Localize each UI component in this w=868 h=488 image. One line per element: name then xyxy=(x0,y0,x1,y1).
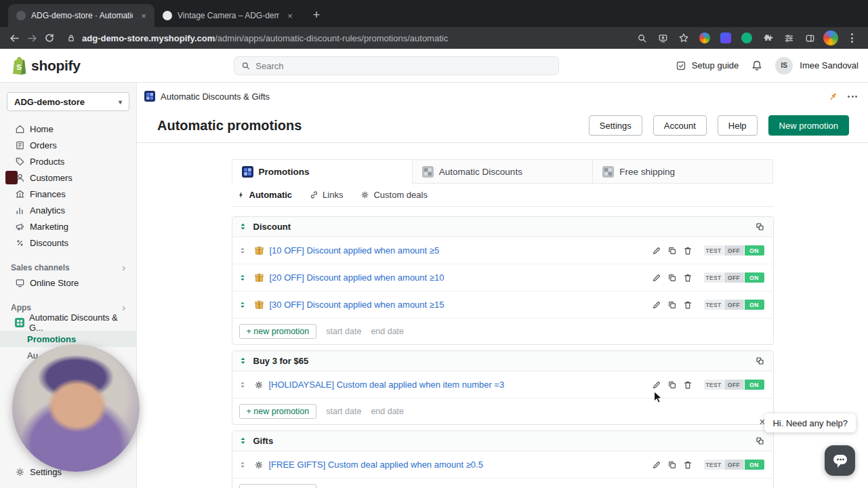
drag-handle-icon[interactable] xyxy=(239,357,247,365)
delete-trash-icon[interactable] xyxy=(683,273,693,283)
toggle-on[interactable]: ON xyxy=(745,245,764,256)
toggle-test[interactable]: TEST xyxy=(704,300,724,310)
toggle-off[interactable]: OFF xyxy=(724,245,744,256)
browser-menu-kebab-icon[interactable] xyxy=(844,30,860,46)
start-date-field[interactable]: start date xyxy=(326,327,361,336)
account-button[interactable]: Account xyxy=(653,115,707,136)
subtab-custom-deals[interactable]: Custom deals xyxy=(360,190,427,200)
sidebar-item-adg-app[interactable]: Automatic Discounts & G... xyxy=(0,314,136,331)
sidebar-item-discounts[interactable]: Discounts xyxy=(0,235,136,251)
subtab-links[interactable]: Links xyxy=(310,190,343,200)
delete-trash-icon[interactable] xyxy=(683,300,693,310)
browser-tab-active[interactable]: ADG-demo-store · Automatic × xyxy=(8,4,154,27)
site-lock-icon[interactable] xyxy=(66,33,76,43)
start-date-field[interactable]: start date xyxy=(326,407,361,416)
settings-button[interactable]: Settings xyxy=(589,115,642,136)
extensions-puzzle-icon[interactable] xyxy=(760,30,776,46)
tab-close-icon[interactable]: × xyxy=(138,10,149,21)
setup-guide-button[interactable]: Setup guide xyxy=(676,60,739,71)
profile-avatar[interactable] xyxy=(823,30,839,46)
install-app-icon[interactable] xyxy=(655,30,671,46)
back-icon[interactable] xyxy=(5,29,23,47)
drag-handle-icon[interactable] xyxy=(239,381,246,389)
sidebar-item-finances[interactable]: Finances xyxy=(0,186,136,202)
drag-handle-icon[interactable] xyxy=(239,436,247,445)
promotion-link[interactable]: [FREE GIFTS] Custom deal applied when am… xyxy=(269,460,483,470)
bookmark-star-icon[interactable] xyxy=(676,30,692,46)
delete-trash-icon[interactable] xyxy=(683,460,693,470)
notifications-bell-icon[interactable] xyxy=(751,60,763,72)
forward-icon[interactable] xyxy=(23,29,41,47)
sidebar-item-customers[interactable]: Customers xyxy=(0,169,136,186)
extension-green-icon[interactable] xyxy=(739,30,755,46)
edit-pencil-icon[interactable] xyxy=(652,273,661,283)
tab-promotions[interactable]: Promotions xyxy=(232,159,413,184)
chat-launcher-button[interactable] xyxy=(825,445,855,476)
new-tab-button[interactable]: + xyxy=(308,6,325,24)
subtab-automatic[interactable]: Automatic xyxy=(237,190,293,200)
search-input[interactable] xyxy=(255,61,552,71)
global-search[interactable] xyxy=(234,56,559,75)
sidebar-item-marketing[interactable]: Marketing xyxy=(0,218,136,235)
edit-pencil-icon[interactable] xyxy=(652,380,661,390)
new-promotion-button[interactable]: New promotion xyxy=(768,115,849,136)
toggle-on[interactable]: ON xyxy=(745,460,764,470)
toggle-on[interactable]: ON xyxy=(745,272,764,283)
help-button[interactable]: Help xyxy=(718,115,758,136)
sidebar-item-home[interactable]: Home xyxy=(0,121,136,137)
more-actions-icon[interactable] xyxy=(848,96,857,98)
toggle-on[interactable]: ON xyxy=(745,380,764,390)
edit-pencil-icon[interactable] xyxy=(652,246,661,256)
group-combine-icon[interactable] xyxy=(756,222,764,231)
new-promotion-inline-button[interactable]: + new promotion xyxy=(239,404,317,419)
sidebar-item-products[interactable]: Products xyxy=(0,153,136,169)
sidebar-item-analytics[interactable]: Analytics xyxy=(0,202,136,218)
duplicate-icon[interactable] xyxy=(667,460,677,470)
shopify-logo[interactable]: S shopify xyxy=(11,56,81,75)
duplicate-icon[interactable] xyxy=(667,380,677,390)
edit-pencil-icon[interactable] xyxy=(652,300,661,310)
promotion-link[interactable]: [HOLIDAYSALE] Custom deal applied when i… xyxy=(269,380,505,390)
duplicate-icon[interactable] xyxy=(667,273,677,283)
group-combine-icon[interactable] xyxy=(756,436,764,445)
toggle-test[interactable]: TEST xyxy=(704,272,724,283)
store-selector[interactable]: ADG-demo-store ▾ xyxy=(7,92,129,111)
extension-blue-icon[interactable] xyxy=(718,30,734,46)
new-promotion-inline-button[interactable]: + new promotion xyxy=(239,324,317,339)
toggle-off[interactable]: OFF xyxy=(724,460,744,470)
promotion-link[interactable]: [20 OFF] Discount applied when amount ≥1… xyxy=(270,272,445,283)
tab-automatic-discounts[interactable]: Automatic Discounts xyxy=(413,159,593,184)
search-icon[interactable] xyxy=(634,30,650,46)
toggle-test[interactable]: TEST xyxy=(704,245,724,256)
delete-trash-icon[interactable] xyxy=(683,246,693,256)
drag-handle-icon[interactable] xyxy=(239,247,246,255)
end-date-field[interactable]: end date xyxy=(371,407,404,416)
group-combine-icon[interactable] xyxy=(756,357,764,365)
delete-trash-icon[interactable] xyxy=(683,380,693,390)
toggle-test[interactable]: TEST xyxy=(704,380,724,390)
promotion-link[interactable]: [30 OFF] Discount applied when amount ≥1… xyxy=(270,300,445,310)
promotion-link[interactable]: [10 OFF] Discount applied when amount ≥5 xyxy=(270,245,440,256)
toggle-test[interactable]: TEST xyxy=(704,460,724,470)
sidebar-item-orders[interactable]: Orders xyxy=(0,137,136,153)
extension-pinwheel-icon[interactable] xyxy=(697,30,713,46)
duplicate-icon[interactable] xyxy=(667,246,677,256)
end-date-field[interactable]: end date xyxy=(371,327,404,336)
side-panel-icon[interactable] xyxy=(802,30,818,46)
drag-handle-icon[interactable] xyxy=(239,222,247,231)
tab-close-icon[interactable]: × xyxy=(285,10,295,21)
sales-channels-header[interactable]: Sales channels › xyxy=(0,261,136,274)
drag-handle-icon[interactable] xyxy=(239,301,246,309)
pin-app-icon[interactable] xyxy=(828,92,838,102)
sidebar-item-online-store[interactable]: Online Store xyxy=(0,274,136,291)
tab-free-shipping[interactable]: Free shipping xyxy=(593,159,773,184)
chat-greeting[interactable]: Hi. Need any help? xyxy=(764,413,856,432)
browser-tab-2[interactable]: Vintage Camera – ADG-demo- × xyxy=(154,4,301,27)
drag-handle-icon[interactable] xyxy=(239,274,246,282)
toggle-off[interactable]: OFF xyxy=(724,272,744,283)
user-menu[interactable]: IS Imee Sandoval xyxy=(775,57,859,75)
toggle-off[interactable]: OFF xyxy=(724,300,744,310)
toggle-on[interactable]: ON xyxy=(745,300,764,310)
duplicate-icon[interactable] xyxy=(667,300,677,310)
toggle-off[interactable]: OFF xyxy=(724,380,744,390)
